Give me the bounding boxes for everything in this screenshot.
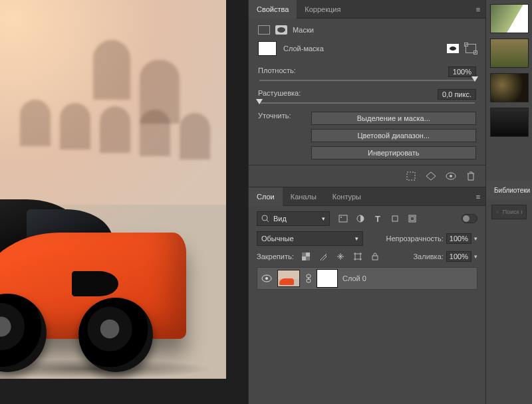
- lock-transparency-icon[interactable]: [301, 251, 311, 262]
- density-slider[interactable]: Плотность: 100%: [258, 66, 476, 81]
- fill-caret-icon[interactable]: ▾: [474, 253, 477, 260]
- stock-thumbnails: [486, 0, 532, 141]
- delete-mask-icon[interactable]: [466, 171, 476, 181]
- select-and-mask-button[interactable]: Выделение и маска...: [311, 112, 476, 125]
- filter-toggle[interactable]: [462, 214, 477, 223]
- mask-link-icon[interactable]: [305, 274, 312, 283]
- mask-type-label: Слой-маска: [283, 45, 324, 52]
- tab-paths[interactable]: Контуры: [325, 187, 369, 206]
- opacity-value[interactable]: 100%: [446, 233, 471, 244]
- properties-tabbar: Свойства Коррекция ≡: [249, 0, 485, 19]
- stock-thumb[interactable]: [490, 39, 529, 68]
- add-pixel-mask-icon[interactable]: [447, 44, 459, 53]
- layer-thumbnail[interactable]: [277, 270, 300, 287]
- svg-rect-8: [392, 216, 398, 221]
- filter-shape-icon[interactable]: [390, 213, 400, 224]
- tab-adjustments[interactable]: Коррекция: [297, 0, 348, 19]
- layers-tabbar: Слои Каналы Контуры ≡: [249, 187, 485, 206]
- document-canvas[interactable]: [0, 0, 226, 379]
- layer-visibility-icon[interactable]: [261, 273, 272, 284]
- tab-channels[interactable]: Каналы: [283, 187, 325, 206]
- stock-thumb[interactable]: [490, 108, 529, 137]
- blend-mode-value: Обычные: [261, 235, 294, 243]
- svg-rect-15: [372, 256, 378, 260]
- svg-point-21: [496, 211, 498, 213]
- canvas-area[interactable]: [0, 0, 248, 404]
- masks-title: Маски: [293, 26, 314, 34]
- feather-slider[interactable]: Растушевка: 0,0 пикс.: [258, 89, 476, 104]
- svg-rect-10: [410, 217, 414, 221]
- filter-smartobj-icon[interactable]: [407, 213, 418, 224]
- libraries-search-input[interactable]: Поиск в Adobe Stock: [491, 205, 527, 219]
- layers-panel-menu-icon[interactable]: ≡: [471, 193, 485, 201]
- filter-adjustment-icon[interactable]: [355, 213, 366, 224]
- invert-button[interactable]: Инвертировать: [311, 146, 476, 159]
- search-icon: [496, 209, 499, 216]
- load-selection-icon[interactable]: [406, 171, 416, 181]
- svg-point-3: [262, 215, 267, 221]
- layer-mask-thumbnail[interactable]: [317, 270, 337, 287]
- feather-value[interactable]: 0,0 пикс.: [438, 89, 476, 100]
- pixel-mask-mode-icon[interactable]: [258, 25, 270, 35]
- color-range-button[interactable]: Цветовой диапазон...: [311, 129, 476, 142]
- fill-value[interactable]: 100%: [446, 251, 471, 262]
- tab-layers[interactable]: Слои: [249, 187, 283, 206]
- svg-line-22: [498, 213, 499, 213]
- blend-mode-select[interactable]: Обычные ▾: [257, 231, 363, 246]
- layer-row[interactable]: Слой 0: [257, 267, 477, 290]
- filter-type-icon[interactable]: T: [372, 213, 383, 224]
- layer-name[interactable]: Слой 0: [342, 274, 366, 282]
- search-icon: [261, 215, 269, 223]
- svg-rect-0: [407, 172, 415, 180]
- opacity-label: Непрозрачность:: [386, 235, 443, 243]
- svg-point-17: [265, 277, 268, 280]
- layer-filter-kind: Вид: [273, 215, 287, 223]
- svg-line-4: [267, 220, 269, 222]
- libraries-tabbar: Библиотеки: [486, 181, 532, 199]
- feather-label: Растушевка:: [258, 89, 301, 100]
- svg-rect-13: [306, 256, 310, 260]
- lock-pixels-icon[interactable]: [318, 251, 329, 262]
- density-label: Плотность:: [258, 66, 296, 77]
- opacity-caret-icon[interactable]: ▾: [474, 235, 477, 242]
- tab-libraries[interactable]: Библиотеки: [486, 181, 532, 199]
- svg-rect-14: [355, 254, 360, 259]
- search-placeholder: Поиск в Adobe Stock: [503, 209, 522, 215]
- filter-pixel-icon[interactable]: [338, 213, 348, 224]
- svg-rect-12: [302, 252, 306, 256]
- properties-footer: [249, 165, 485, 187]
- mask-mode-icon[interactable]: [275, 25, 287, 35]
- svg-rect-5: [339, 215, 347, 222]
- stock-thumb[interactable]: [490, 4, 529, 33]
- tab-properties[interactable]: Свойства: [249, 0, 297, 19]
- stock-thumb[interactable]: [490, 73, 529, 102]
- properties-panel-menu-icon[interactable]: ≡: [471, 5, 485, 13]
- apply-mask-icon[interactable]: [426, 171, 436, 181]
- fill-label: Заливка:: [413, 252, 443, 260]
- lock-artboard-icon[interactable]: [352, 251, 363, 262]
- lock-all-icon[interactable]: [370, 251, 380, 262]
- layer-filter-select[interactable]: Вид ▾: [257, 211, 330, 226]
- disable-mask-icon[interactable]: [446, 171, 456, 181]
- svg-point-2: [450, 175, 452, 177]
- mask-thumbnail[interactable]: [258, 41, 277, 56]
- add-vector-mask-icon[interactable]: [466, 44, 476, 53]
- density-value[interactable]: 100%: [448, 66, 476, 77]
- refine-label: Уточнить:: [258, 112, 291, 120]
- lock-label: Закрепить:: [257, 252, 294, 260]
- lock-position-icon[interactable]: [335, 251, 346, 262]
- svg-point-6: [340, 217, 342, 218]
